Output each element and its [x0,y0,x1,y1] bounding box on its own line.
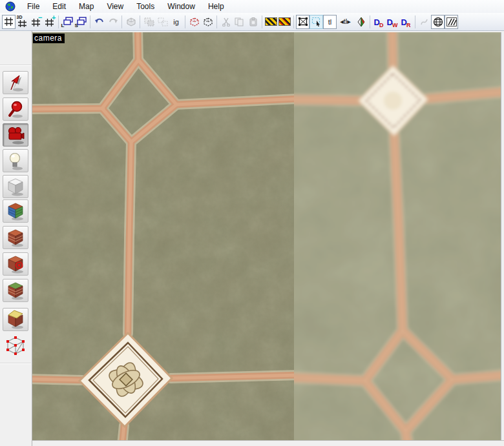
toolbar-separator [58,15,59,28]
toggle-3d-grid-button[interactable]: 3D [16,15,29,29]
toolbar-separator [121,15,122,28]
toolbar-separator [140,15,140,28]
selection-box-icon [298,17,308,26]
block-cube-icon [5,176,26,197]
group-icon [144,17,154,26]
tool-apply-decals-button[interactable] [3,252,28,276]
menu-help[interactable]: Help [202,0,231,13]
tool-block-button[interactable] [3,175,28,198]
ignore-groups-button[interactable]: ig [169,15,183,29]
ungroup-icon [158,17,168,26]
grid-minus-icon: − [31,17,41,27]
copy-button[interactable] [233,15,246,29]
paste-icon [249,17,258,26]
menu-bar: File Edit Map View Tools Window Help [0,0,504,14]
viewport-bottom-gutter [32,440,504,446]
redo-icon [108,17,118,26]
diagonal-lines-icon [446,17,457,26]
tool-texture-application-button[interactable] [3,199,28,223]
redo-button[interactable] [106,15,120,29]
selection-handles-button[interactable] [296,15,310,29]
carve-button[interactable] [124,15,138,29]
palette-divider [0,363,31,364]
dd-icon: DD [374,16,384,28]
tl-icon: tl [328,18,332,26]
vertex-cube-icon [5,334,26,356]
tool-palette [0,31,32,446]
wireframe-lines-button[interactable] [445,15,458,29]
run-dw-button[interactable]: DW [386,15,399,29]
toggle-grid-button[interactable] [2,15,16,29]
menu-map[interactable]: Map [72,0,100,13]
marquee-cursor-icon [311,17,322,26]
tool-magnify-button[interactable] [3,97,28,121]
hide-selected-button[interactable] [187,15,201,29]
undo-button[interactable] [92,15,106,29]
load-window-state-button[interactable]: L [61,15,74,29]
tool-clipping-button[interactable] [3,308,28,331]
tool-apply-overlays-button[interactable] [3,279,28,302]
toolbar-separator [90,15,90,28]
grid-icon [4,17,14,26]
overlay-cube-icon [5,280,26,301]
cut-button[interactable] [219,15,233,29]
smoothing-groups-button[interactable] [417,15,431,29]
render-sphere-button[interactable] [431,15,445,29]
run-dr-button[interactable]: DR [399,15,413,29]
menu-edit[interactable]: Edit [46,0,72,13]
smaller-grid-button[interactable]: − [29,15,43,29]
save-window-state-button[interactable]: S [74,15,88,29]
floor-texture [32,32,501,440]
menu-tools[interactable]: Tools [130,0,161,13]
larger-grid-button[interactable]: + [43,15,56,29]
tool-selection-button[interactable] [3,71,28,94]
menu-window[interactable]: Window [161,0,202,13]
main-toolbar: 3D − + L [0,13,504,31]
camera-icon [5,125,26,145]
toolbar-separator [185,15,185,28]
undo-icon [94,17,105,26]
ignore-groups-icon: ig [173,18,179,26]
viewport-right-gutter [501,32,504,440]
brick-cube-icon [5,227,26,248]
texture-scale-lock-icon [278,17,291,26]
marquee-select-button[interactable] [310,15,323,29]
dw-icon: DW [387,16,399,28]
flip-faces-button[interactable] [354,15,368,29]
grid-plus-icon: + [45,17,55,27]
menu-file[interactable]: File [21,0,46,13]
group-button[interactable] [142,15,156,29]
copy-icon [235,17,244,26]
toolbar-separator [216,15,217,28]
tool-camera-button[interactable] [3,123,28,147]
texture-scale-tl-button[interactable]: ◂tl▸ [337,15,354,29]
magnifier-icon [5,99,26,119]
pointer-arrow-icon [5,72,26,93]
paste-button[interactable] [246,15,260,29]
toolbar-separator [293,15,294,28]
texture-lock-icon [265,17,277,26]
dr-icon: DR [401,16,412,28]
run-dd-button[interactable]: DD [372,15,386,29]
lightbulb-icon [5,150,26,171]
camera-viewport-3d[interactable]: camera [32,32,501,440]
toolbar-separator [415,15,415,28]
texture-lock-tl-button[interactable]: tl [323,15,337,29]
texture-lock-button[interactable] [264,15,278,29]
texture-scale-lock-button[interactable] [278,15,291,29]
show-all-icon [202,17,213,26]
palette-divider [0,65,31,66]
tl-arrows-icon: ◂tl▸ [340,17,351,26]
ungroup-button[interactable] [156,15,169,29]
tool-apply-texture-button[interactable] [3,226,28,249]
grid-3d-icon: 3D [17,17,28,27]
carve-icon [126,17,136,26]
tool-vertex-button[interactable] [3,334,28,357]
save-window-state-icon: S [76,17,87,27]
viewport-label[interactable]: camera [33,34,65,43]
menu-view[interactable]: View [100,0,130,13]
decal-cube-icon [5,254,26,274]
show-all-button[interactable] [201,15,215,29]
tool-entity-button[interactable] [3,149,28,172]
sphere-grid-icon [433,17,443,27]
